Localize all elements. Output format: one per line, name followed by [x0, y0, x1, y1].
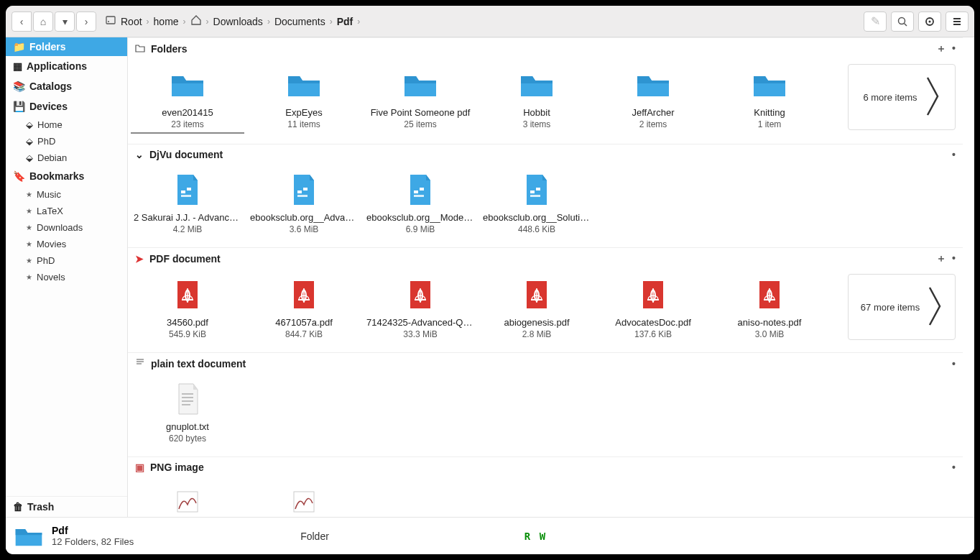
- sidebar-bookmark-latex[interactable]: ★LaTeX: [6, 203, 127, 219]
- item-subtext: 2.8 MiB: [483, 329, 591, 339]
- file-item[interactable]: ebooksclub.org__Modern_...6.9 MiB: [364, 169, 477, 237]
- sidebar-devices-header: 💾 Devices: [6, 96, 127, 116]
- sidebar-bookmarks-label: Bookmarks: [29, 170, 84, 182]
- item-subtext: 448.6 KiB: [483, 224, 591, 234]
- sidebar-item-label: PhD: [37, 136, 55, 147]
- file-item[interactable]: ebooksclub.org__Solution...448.6 KiB: [480, 169, 593, 237]
- file-item[interactable]: 71424325-Advanced-Quant...33.3 MiB: [364, 274, 477, 342]
- item-name: aniso-notes.pdf: [716, 317, 823, 328]
- sidebar-folders-label: Folders: [29, 41, 66, 52]
- svg-rect-15: [414, 191, 418, 193]
- more-items-button[interactable]: 6 more items: [848, 64, 956, 130]
- item-name: 2 Sakurai J.J. - Advanced ...: [134, 212, 241, 223]
- star-icon: ★: [26, 240, 32, 248]
- file-item[interactable]: Knitting1 item: [713, 64, 826, 134]
- file-item[interactable]: AdvocatesDoc.pdf137.6 KiB: [596, 274, 710, 342]
- svg-rect-10: [187, 188, 191, 191]
- chevron-right-icon: ›: [147, 17, 149, 27]
- more-icon[interactable]: •: [952, 42, 956, 55]
- group-header-djvu[interactable]: ⌄ DjVu document •: [128, 144, 963, 165]
- item-subtext: 23 items: [134, 119, 241, 129]
- sidebar-bookmark-music[interactable]: ★Music: [6, 186, 127, 203]
- item-icon: [134, 485, 241, 517]
- back-button[interactable]: ‹: [11, 12, 32, 32]
- group-header-png[interactable]: ▣ PNG image •: [128, 457, 963, 477]
- sidebar-folders-header[interactable]: 📁 Folders: [6, 37, 127, 56]
- item-icon: [134, 172, 241, 208]
- more-icon[interactable]: •: [952, 252, 956, 265]
- image-icon: ▣: [135, 462, 144, 473]
- file-item[interactable]: aniso-notes.pdf3.0 MiB: [713, 274, 826, 342]
- sidebar-bookmark-novels[interactable]: ★Novels: [6, 269, 127, 285]
- home-button[interactable]: ⌂: [33, 12, 53, 32]
- file-item[interactable]: gnuplot.txt620 bytes: [131, 378, 244, 446]
- item-icon: [250, 67, 358, 103]
- sidebar-applications[interactable]: ▦ Applications: [6, 56, 127, 76]
- dropdown-nav-button[interactable]: ▾: [55, 12, 75, 32]
- file-item[interactable]: ExpEyes11 items: [247, 64, 361, 134]
- group-header-pdf[interactable]: ➤ PDF document ＋ •: [128, 248, 963, 270]
- add-item-icon[interactable]: ＋: [936, 252, 946, 265]
- more-icon[interactable]: •: [952, 358, 956, 369]
- group-header-text[interactable]: plain text document •: [128, 353, 963, 374]
- breadcrumb-downloads[interactable]: Downloads: [213, 16, 263, 27]
- svg-rect-11: [181, 195, 191, 197]
- menu-button[interactable]: [946, 12, 969, 32]
- file-item[interactable]: even20141523 items: [131, 64, 244, 134]
- sidebar-item-label: PhD: [37, 255, 55, 266]
- forward-button[interactable]: ›: [76, 12, 96, 32]
- chevron-right-icon: [928, 285, 943, 330]
- home-folder-icon[interactable]: [190, 14, 202, 29]
- breadcrumb-current[interactable]: Pdf: [337, 16, 353, 27]
- file-item[interactable]: 4671057a.pdf844.7 KiB: [247, 274, 361, 342]
- more-icon[interactable]: •: [952, 149, 956, 160]
- sidebar-device-home[interactable]: ⬙Home: [6, 116, 127, 133]
- drive-icon: ⬙: [26, 152, 33, 163]
- sidebar-catalogs[interactable]: 📚 Catalogs: [6, 76, 127, 96]
- group-title: PNG image: [150, 462, 204, 473]
- item-subtext: 3 items: [483, 119, 591, 129]
- file-item[interactable]: Five Point Someone pdf25 items: [364, 64, 477, 134]
- sidebar-bookmark-movies[interactable]: ★Movies: [6, 236, 127, 252]
- file-item[interactable]: ebooksclub.org__Advance...3.6 MiB: [247, 169, 361, 237]
- applications-icon: ▦: [13, 60, 22, 72]
- file-view: Folders ＋ • even20141523 itemsExpEyes11 …: [128, 37, 974, 517]
- sidebar-trash[interactable]: 🗑 Trash: [6, 496, 127, 517]
- status-info: 12 Folders, 82 Files: [52, 536, 134, 547]
- file-item[interactable]: 34560.pdf545.9 KiB: [131, 274, 244, 342]
- file-item[interactable]: 2 Sakurai J.J. - Advanced ...4.2 MiB: [131, 169, 244, 237]
- svg-rect-34: [177, 492, 198, 512]
- toolbar: ‹ ⌂ ▾ › Root › home › › Downloads › Docu…: [6, 6, 974, 37]
- item-icon: [366, 67, 474, 103]
- add-item-icon[interactable]: ＋: [936, 42, 946, 55]
- more-icon[interactable]: •: [952, 462, 956, 473]
- file-item[interactable]: Hobbit3 items: [480, 64, 593, 134]
- item-icon: [134, 67, 241, 103]
- sidebar-bookmark-phd[interactable]: ★PhD: [6, 252, 127, 269]
- settings-button[interactable]: [918, 12, 941, 32]
- more-items-button[interactable]: 67 more items: [848, 274, 956, 340]
- file-item[interactable]: fet-sbezier.png5.2 KiB: [247, 482, 361, 517]
- item-subtext: 844.7 KiB: [250, 329, 358, 339]
- sidebar-bookmark-downloads[interactable]: ★Downloads: [6, 219, 127, 236]
- folder-icon: [14, 524, 43, 548]
- file-item[interactable]: JeffArcher2 items: [596, 64, 710, 134]
- breadcrumb-root[interactable]: Root: [121, 16, 142, 27]
- breadcrumb-home[interactable]: home: [154, 16, 179, 27]
- bookmarks-icon: 🔖: [13, 170, 25, 182]
- item-subtext: 25 items: [366, 119, 474, 129]
- chevron-right-icon: [926, 75, 940, 120]
- pdf-badge-icon: ➤: [135, 253, 144, 265]
- svg-rect-16: [420, 188, 424, 191]
- file-item[interactable]: fet-csplines.png5.2 KiB: [131, 482, 244, 517]
- statusbar: Pdf 12 Folders, 82 Files Folder R W: [6, 517, 974, 554]
- sidebar-device-debian[interactable]: ⬙Debian: [6, 150, 127, 166]
- file-item[interactable]: abiogenesis.pdf2.8 MiB: [480, 274, 593, 342]
- group-header-folders[interactable]: Folders ＋ •: [128, 38, 963, 60]
- sidebar-device-phd[interactable]: ⬙PhD: [6, 133, 127, 150]
- chevron-right-icon: ›: [330, 17, 333, 27]
- svg-rect-0: [106, 17, 115, 24]
- edit-button[interactable]: ✎: [864, 12, 887, 32]
- search-button[interactable]: [891, 12, 914, 32]
- breadcrumb-documents[interactable]: Documents: [274, 16, 325, 27]
